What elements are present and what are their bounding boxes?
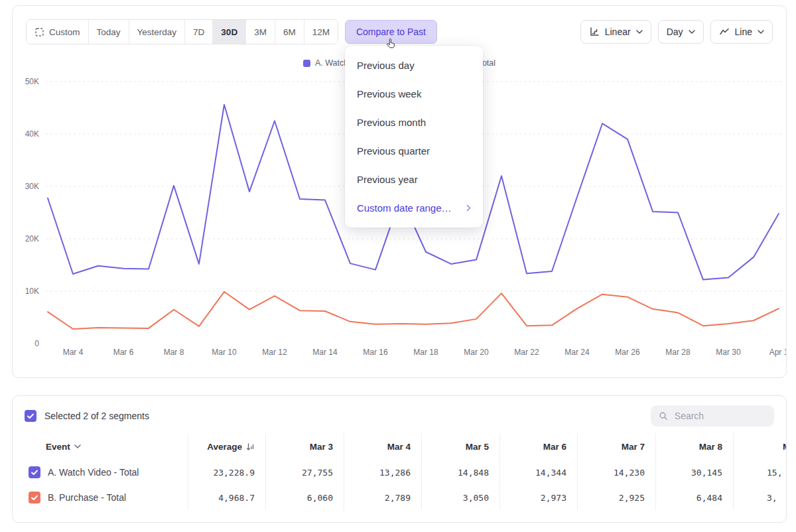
- svg-text:10K: 10K: [25, 287, 39, 296]
- table-row: B. Purchase - Total 4,968.7 6,060 2,789 …: [13, 485, 786, 510]
- cell-mar-8: 6,484: [656, 485, 734, 510]
- preset-label: Today: [97, 27, 121, 37]
- chevron-right-icon: [466, 204, 471, 212]
- preset-7d[interactable]: 7D: [185, 20, 213, 44]
- chevron-down-icon: [74, 444, 81, 448]
- column-header-event[interactable]: Event: [13, 433, 188, 460]
- row-checkbox[interactable]: [29, 492, 40, 503]
- preset-label: 12M: [312, 27, 330, 37]
- preset-yesterday[interactable]: Yesterday: [129, 20, 186, 44]
- preset-label: 7D: [193, 27, 204, 37]
- check-icon: [31, 468, 38, 476]
- preset-label: 6M: [283, 27, 296, 37]
- custom-range-icon: [34, 27, 44, 37]
- svg-text:Mar 22: Mar 22: [514, 348, 539, 357]
- column-header-mar-4[interactable]: Mar 4: [344, 433, 422, 460]
- svg-text:Apr 1: Apr 1: [769, 348, 786, 357]
- column-header-mar-7[interactable]: Mar 7: [578, 433, 656, 460]
- preset-label: Yesterday: [137, 27, 177, 37]
- compare-menu: Previous day Previous week Previous mont…: [345, 46, 483, 228]
- menu-item-previous-quarter[interactable]: Previous quarter: [345, 137, 483, 165]
- cell-mar-5: 3,050: [422, 485, 500, 510]
- chevron-down-icon: [636, 30, 643, 34]
- preset-6m[interactable]: 6M: [275, 20, 304, 44]
- event-name: A. Watch Video - Total: [48, 467, 139, 478]
- chart-controls: Linear Day Line: [580, 20, 773, 44]
- preset-custom[interactable]: Custom: [27, 20, 89, 44]
- chart-type-label: Line: [735, 27, 752, 37]
- cell-mar-4: 2,789: [344, 485, 422, 510]
- svg-text:Mar 16: Mar 16: [363, 348, 388, 357]
- search-input[interactable]: [673, 410, 766, 422]
- menu-item-label: Custom date range…: [357, 202, 452, 214]
- preset-3m[interactable]: 3M: [246, 20, 275, 44]
- table-row: A. Watch Video - Total 23,228.9 27,755 1…: [13, 460, 786, 485]
- cell-clipped: 3,: [734, 485, 787, 510]
- column-header-mar-3[interactable]: Mar 3: [266, 433, 344, 460]
- compare-to-past-button[interactable]: Compare to Past: [345, 20, 437, 44]
- line-chart-icon: [719, 27, 730, 37]
- table-header-row: Event Average Mar 3 Mar 4 Mar 5 Mar 6 Ma…: [13, 433, 786, 460]
- svg-text:Mar 6: Mar 6: [113, 348, 134, 357]
- cell-clipped: 15,: [734, 460, 787, 485]
- chart-toolbar: Custom Today Yesterday 7D 30D 3M 6M 12M …: [13, 6, 786, 44]
- svg-text:40K: 40K: [25, 129, 39, 139]
- chevron-down-icon: [758, 30, 764, 34]
- row-event-cell: B. Purchase - Total: [13, 485, 188, 510]
- column-header-label: Event: [46, 442, 70, 452]
- interval-dropdown-button[interactable]: Day: [658, 20, 704, 44]
- column-header-mar-6[interactable]: Mar 6: [500, 433, 578, 460]
- svg-text:Mar 24: Mar 24: [564, 348, 590, 357]
- preset-label: Custom: [49, 27, 80, 37]
- selected-count-label: Selected 2 of 2 segments: [44, 411, 149, 421]
- preset-today[interactable]: Today: [89, 20, 129, 44]
- svg-text:Mar 4: Mar 4: [63, 348, 84, 357]
- preset-12m[interactable]: 12M: [304, 20, 338, 44]
- column-header-clipped[interactable]: M: [734, 433, 787, 460]
- svg-text:Mar 12: Mar 12: [262, 348, 287, 357]
- cell-mar-6: 14,344: [500, 460, 578, 485]
- preset-30d[interactable]: 30D: [213, 20, 246, 44]
- table-top-bar: Selected 2 of 2 segments: [13, 396, 786, 433]
- menu-item-previous-year[interactable]: Previous year: [345, 165, 483, 194]
- chart-type-dropdown-button[interactable]: Line: [710, 20, 773, 44]
- date-preset-group: Custom Today Yesterday 7D 30D 3M 6M 12M: [26, 19, 338, 44]
- preset-label: 30D: [221, 27, 237, 37]
- scale-dropdown-button[interactable]: Linear: [580, 20, 651, 44]
- svg-text:Mar 20: Mar 20: [464, 348, 489, 357]
- row-checkbox[interactable]: [29, 466, 40, 478]
- menu-item-custom-date-range[interactable]: Custom date range…: [345, 194, 483, 222]
- column-header-average[interactable]: Average: [188, 433, 266, 460]
- select-all-checkbox[interactable]: [25, 410, 36, 422]
- cell-mar-4: 13,286: [344, 460, 422, 485]
- segments-table-panel: Selected 2 of 2 segments Event Average M…: [12, 395, 787, 523]
- column-header-mar-8[interactable]: Mar 8: [656, 433, 734, 460]
- event-name: B. Purchase - Total: [48, 492, 126, 503]
- interval-label: Day: [667, 27, 683, 37]
- cell-mar-7: 2,925: [578, 485, 656, 510]
- menu-item-previous-month[interactable]: Previous month: [345, 108, 483, 137]
- svg-text:0: 0: [34, 339, 39, 348]
- menu-item-previous-week[interactable]: Previous week: [345, 80, 483, 108]
- svg-text:Mar 14: Mar 14: [312, 348, 338, 357]
- linear-scale-icon: [589, 27, 600, 37]
- search-box[interactable]: [651, 405, 774, 427]
- cell-mar-7: 14,230: [578, 460, 656, 485]
- check-icon: [27, 412, 34, 420]
- column-header-label: Average: [207, 442, 242, 452]
- svg-text:20K: 20K: [25, 234, 39, 243]
- row-event-cell: A. Watch Video - Total: [13, 460, 188, 485]
- sort-descending-icon: [246, 442, 255, 451]
- cell-average: 23,228.9: [188, 460, 266, 485]
- compare-to-past-wrapper: Compare to Past Previous day Previous we…: [345, 20, 437, 44]
- cell-mar-3: 27,755: [266, 460, 344, 485]
- cell-average: 4,968.7: [188, 485, 266, 510]
- chart-panel: Custom Today Yesterday 7D 30D 3M 6M 12M …: [12, 5, 787, 378]
- column-header-mar-5[interactable]: Mar 5: [422, 433, 500, 460]
- menu-item-previous-day[interactable]: Previous day: [345, 51, 483, 80]
- cell-mar-6: 2,973: [500, 485, 578, 510]
- legend-swatch: [303, 60, 310, 67]
- cell-mar-5: 14,848: [422, 460, 500, 485]
- scale-label: Linear: [605, 27, 631, 37]
- svg-text:Mar 28: Mar 28: [665, 348, 691, 357]
